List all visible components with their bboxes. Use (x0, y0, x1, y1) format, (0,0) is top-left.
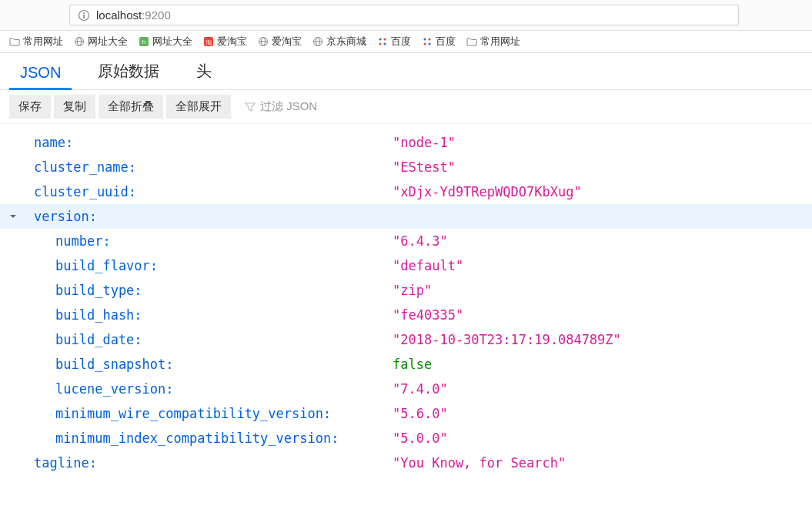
bookmark-label: 京东商城 (326, 35, 366, 49)
bookmark-item[interactable]: 爱淘宝 (258, 35, 302, 49)
json-row[interactable]: minimum_index_compatibility_version: "5.… (0, 426, 812, 451)
json-key: minimum_index_compatibility_version (55, 431, 331, 446)
expand-all-button[interactable]: 全部展开 (166, 95, 231, 119)
bookmark-label: 常用网址 (23, 35, 63, 49)
svg-text:淘: 淘 (206, 39, 212, 46)
json-key: number (55, 233, 102, 249)
svg-point-19 (384, 43, 386, 45)
bookmark-label: 百度 (391, 35, 411, 49)
bookmark-label: 网址大全 (88, 35, 128, 49)
filter-input[interactable]: 过滤 JSON (237, 96, 325, 117)
json-value: "zip" (393, 283, 432, 298)
json-key: build_snapshot (55, 357, 165, 372)
folder-icon (466, 37, 477, 46)
json-value: "default" (393, 258, 463, 273)
json-key: tagline (34, 455, 89, 471)
json-value: "fe40335" (393, 307, 463, 323)
bookmark-label: 爱淘宝 (272, 35, 302, 49)
tab-headers[interactable]: 头 (185, 53, 222, 89)
json-row[interactable]: tagline: "You Know, for Search" (0, 451, 812, 475)
svg-point-21 (429, 39, 431, 41)
filter-icon (245, 102, 256, 112)
svg-rect-2 (83, 15, 85, 18)
bookmark-item[interactable]: h 网址大全 (139, 35, 192, 49)
copy-button[interactable]: 复制 (54, 95, 95, 119)
json-row[interactable]: build_flavor: "default" (0, 253, 812, 278)
json-value: "xDjx-Yd9TRepWQDO7KbXug" (393, 184, 582, 199)
json-key: version (34, 209, 89, 224)
json-row[interactable]: cluster_uuid: "xDjx-Yd9TRepWQDO7KbXug" (0, 179, 812, 204)
json-value: "5.0.0" (393, 431, 448, 446)
save-button[interactable]: 保存 (9, 95, 51, 119)
json-row[interactable]: number: "6.4.3" (0, 229, 812, 253)
bookmarks-bar: 常用网址 网址大全 h 网址大全 淘 爱淘宝 爱淘宝 京东商城 百度 百度 常用… (0, 31, 812, 53)
json-key: build_date (55, 332, 134, 347)
folder-icon (9, 37, 20, 46)
svg-text:h: h (142, 39, 145, 45)
svg-point-1 (83, 12, 85, 14)
json-key: build_flavor (55, 258, 150, 273)
json-row[interactable]: build_hash: "fe40335" (0, 303, 812, 327)
json-row[interactable]: cluster_name: "EStest" (0, 155, 812, 179)
json-tree: name: "node-1" cluster_name: "EStest" cl… (0, 124, 812, 481)
svg-point-18 (379, 43, 382, 45)
tao-icon: 淘 (203, 36, 214, 47)
json-value: "node-1" (393, 135, 456, 150)
json-key: build_type (55, 283, 134, 298)
json-key: build_hash (55, 307, 134, 323)
address-bar: localhost:9200 (0, 0, 812, 31)
json-value: "EStest" (393, 159, 456, 175)
globe-icon (312, 36, 323, 47)
url-port: :9200 (142, 8, 171, 22)
json-key: minimum_wire_compatibility_version (55, 406, 323, 421)
json-value: "You Know, for Search" (393, 455, 566, 471)
bookmark-label: 百度 (436, 35, 456, 49)
bookmark-item[interactable]: 百度 (377, 35, 411, 49)
baidu-icon (422, 36, 433, 47)
bookmark-item[interactable]: 常用网址 (466, 35, 520, 49)
bookmark-label: 网址大全 (152, 35, 192, 49)
tab-json[interactable]: JSON (9, 56, 72, 89)
json-row[interactable]: name: "node-1" (0, 130, 812, 155)
json-row[interactable]: lucene_version: "7.4.0" (0, 377, 812, 401)
info-icon (78, 9, 90, 22)
json-value: "7.4.0" (393, 381, 448, 397)
filter-placeholder: 过滤 JSON (260, 99, 317, 114)
json-value: "6.4.3" (393, 233, 448, 249)
json-key: lucene_version (55, 381, 165, 397)
json-row[interactable]: build_type: "zip" (0, 278, 812, 303)
url-input[interactable]: localhost:9200 (69, 5, 739, 25)
collapse-all-button[interactable]: 全部折叠 (99, 95, 163, 119)
bookmark-item[interactable]: 京东商城 (312, 35, 366, 49)
svg-point-17 (384, 39, 386, 41)
json-key: cluster_uuid (34, 184, 129, 199)
svg-point-23 (429, 43, 431, 45)
globe-icon (258, 36, 269, 47)
chevron-down-icon[interactable] (9, 213, 23, 220)
json-key: cluster_name (34, 159, 129, 175)
globe-icon (74, 36, 85, 47)
json-key: name (34, 135, 65, 150)
json-value: "2018-10-30T23:17:19.084789Z" (393, 332, 621, 347)
json-row[interactable]: minimum_wire_compatibility_version: "5.6… (0, 401, 812, 426)
svg-point-22 (424, 43, 426, 45)
json-value: "5.6.0" (393, 406, 448, 421)
svg-point-20 (424, 39, 426, 41)
bookmark-label: 爱淘宝 (217, 35, 247, 49)
json-row[interactable]: build_snapshot: false (0, 352, 812, 377)
bookmark-item[interactable]: 百度 (422, 35, 456, 49)
bookmark-item[interactable]: 网址大全 (74, 35, 128, 49)
bookmark-item[interactable]: 淘 爱淘宝 (203, 35, 247, 49)
json-toolbar: 保存 复制 全部折叠 全部展开 过滤 JSON (0, 90, 812, 124)
hao-icon: h (139, 36, 149, 47)
bookmark-label: 常用网址 (480, 35, 520, 49)
tab-raw[interactable]: 原始数据 (87, 53, 170, 89)
svg-point-16 (379, 39, 382, 41)
json-row-expanded[interactable]: version: (0, 204, 812, 229)
baidu-icon (377, 36, 388, 47)
json-row[interactable]: build_date: "2018-10-30T23:17:19.084789Z… (0, 327, 812, 352)
json-value: false (393, 357, 432, 372)
url-host: localhost (96, 8, 142, 22)
view-tabs: JSON 原始数据 头 (0, 53, 812, 90)
bookmark-item[interactable]: 常用网址 (9, 35, 63, 49)
